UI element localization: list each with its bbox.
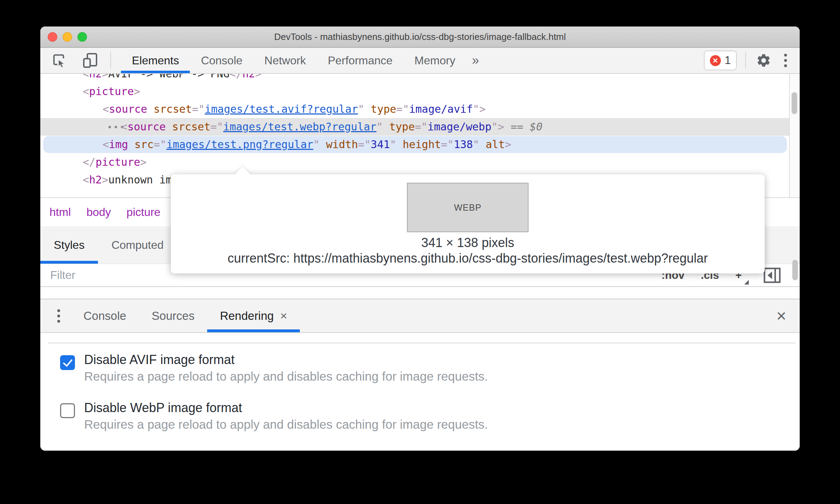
code-token: > <box>134 85 140 98</box>
resource-link[interactable]: images/test.png?regular <box>167 138 313 151</box>
code-token: < <box>103 103 109 115</box>
checkbox-disable-avif-image-format[interactable] <box>60 355 75 370</box>
code-token: AVIF -> WebP -> PNG <box>108 74 229 80</box>
code-line[interactable]: <source srcset="images/test.avif?regular… <box>40 100 790 118</box>
code-token: > <box>479 103 486 115</box>
error-icon: ✕ <box>710 55 721 66</box>
resource-link[interactable]: images/test.avif?regular <box>205 103 358 115</box>
toolbar-separator <box>110 52 111 69</box>
code-token <box>396 138 403 151</box>
toolbar-right: ✕ 1 <box>704 51 789 70</box>
code-token: picture <box>95 156 140 168</box>
code-token: < <box>121 121 127 133</box>
image-preview-label: WEBP <box>454 203 482 213</box>
tab-memory[interactable]: Memory <box>403 48 466 73</box>
code-token <box>166 121 172 133</box>
styles-scrollbar-thumb[interactable] <box>792 260 798 280</box>
code-token <box>320 138 326 151</box>
code-token: h2 <box>89 74 102 80</box>
code-token <box>147 103 153 115</box>
drawer-tab-label: Sources <box>152 309 194 323</box>
styles-filter-input[interactable]: Filter <box>40 269 75 282</box>
drawer-tab-rendering[interactable]: Rendering× <box>207 299 300 332</box>
code-token: type <box>389 121 415 133</box>
more-panels-button[interactable]: » <box>466 48 485 73</box>
drawer-close-icon[interactable]: × <box>776 307 786 324</box>
code-token: " <box>473 103 479 115</box>
image-preview-thumbnail: WEBP <box>407 183 529 232</box>
code-token: </ <box>83 156 95 168</box>
code-token: image/avif <box>409 103 473 115</box>
code-token: type <box>371 103 396 115</box>
code-line[interactable]: <img src="images/test.png?regular" width… <box>40 136 790 153</box>
tab-elements[interactable]: Elements <box>121 48 190 73</box>
code-token: =" <box>441 138 454 151</box>
code-token: h2 <box>243 74 255 80</box>
sidebar-tab-styles[interactable]: Styles <box>40 226 98 264</box>
code-token: image/webp <box>427 121 491 133</box>
code-token: 341 <box>371 138 390 151</box>
code-token: </ <box>229 74 242 80</box>
code-line[interactable]: <picture> <box>40 83 790 100</box>
checkbox-disable-webp-image-format[interactable] <box>60 403 75 418</box>
code-token: alt <box>486 138 505 151</box>
checkbox-label[interactable]: Disable WebP image format <box>84 399 488 416</box>
tab-close-icon[interactable]: × <box>280 309 287 323</box>
devtools-menu-kebab-icon[interactable] <box>782 54 789 67</box>
resource-link[interactable]: images/test.webp?regular <box>223 121 376 133</box>
code-line[interactable]: <h2>AVIF -> WebP -> PNG</h2> <box>40 74 790 83</box>
image-dimensions: 341 × 138 pixels <box>171 235 765 250</box>
sidebar-toggle-icon[interactable] <box>763 267 781 284</box>
tab-console[interactable]: Console <box>190 48 253 73</box>
code-token: " <box>491 121 498 133</box>
error-badge-button[interactable]: ✕ 1 <box>704 51 737 70</box>
image-current-src: currentSrc: https://mathiasbynens.github… <box>171 251 765 266</box>
code-token: =" <box>396 103 409 115</box>
code-token: 138 <box>454 138 473 151</box>
breadcrumb-item-html[interactable]: html <box>49 206 71 219</box>
code-token: < <box>83 74 89 80</box>
code-token <box>383 121 389 133</box>
section-divider <box>48 342 795 344</box>
checkbox-description: Requires a page reload to apply and disa… <box>84 368 488 385</box>
main-toolbar: ElementsConsoleNetworkPerformanceMemory … <box>40 48 800 74</box>
code-token: > <box>102 74 108 80</box>
rendering-panel: Disable AVIF image formatRequires a page… <box>40 334 800 451</box>
desktop-background: DevTools - mathiasbynens.github.io/css-d… <box>0 0 840 504</box>
code-token: > <box>102 174 108 186</box>
code-token: h2 <box>89 174 102 186</box>
code-token: width <box>326 138 358 151</box>
code-line[interactable]: •••<source srcset="images/test.webp?regu… <box>40 118 790 136</box>
code-token: source <box>109 103 147 115</box>
checkbox-label[interactable]: Disable AVIF image format <box>84 351 488 368</box>
window-title: DevTools - mathiasbynens.github.io/css-d… <box>40 27 800 47</box>
code-token: " <box>390 138 396 151</box>
drawer-tab-console[interactable]: Console <box>71 299 139 332</box>
drawer-tab-label: Console <box>83 309 126 323</box>
code-token: srcset <box>172 121 210 133</box>
elements-scrollbar-thumb[interactable] <box>792 92 797 114</box>
code-token <box>364 103 371 115</box>
device-toolbar-icon[interactable] <box>81 51 100 70</box>
code-token <box>128 138 134 151</box>
breadcrumb-item-picture[interactable]: picture <box>127 206 161 219</box>
sidebar-tab-computed[interactable]: Computed <box>98 226 177 264</box>
code-token: =" <box>154 138 167 151</box>
breadcrumb-item-body[interactable]: body <box>86 206 111 219</box>
tab-performance[interactable]: Performance <box>317 48 403 73</box>
code-token: height <box>403 138 441 151</box>
settings-gear-icon[interactable] <box>754 51 773 70</box>
image-preview-tooltip: WEBP 341 × 138 pixels currentSrc: https:… <box>171 174 765 274</box>
titlebar: DevTools - mathiasbynens.github.io/css-d… <box>40 27 800 48</box>
code-token: == $0 <box>504 121 542 133</box>
code-token: picture <box>89 85 134 98</box>
code-token: =" <box>415 121 427 133</box>
tab-network[interactable]: Network <box>253 48 317 73</box>
elements-scrollbar[interactable] <box>789 74 800 197</box>
setting-row-disable-avif-image-format: Disable AVIF image formatRequires a page… <box>60 351 488 385</box>
drawer-tab-sources[interactable]: Sources <box>139 299 207 332</box>
code-token: " <box>377 121 383 133</box>
drawer-menu-kebab-icon[interactable] <box>57 309 60 323</box>
inspect-element-icon[interactable] <box>50 51 69 70</box>
code-line[interactable]: </picture> <box>40 153 790 171</box>
